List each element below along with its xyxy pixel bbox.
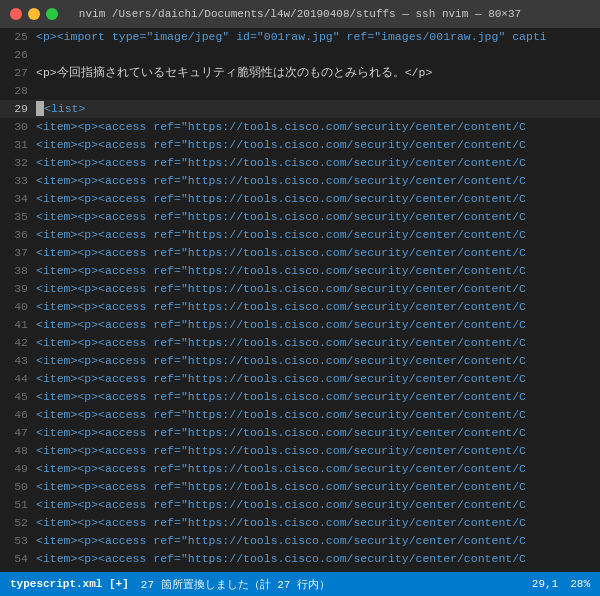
editor-line: 45 <item><p><access ref="https://tools.c… — [0, 388, 600, 406]
scroll-percentage: 28% — [570, 578, 590, 590]
line-content: <item><p><access ref="https://tools.cisc… — [36, 406, 526, 424]
notification-text: 27 箇所置換しました（計 27 行内） — [141, 577, 330, 592]
line-content: <item><p><access ref="https://tools.cisc… — [36, 514, 526, 532]
status-left: typescript.xml [+] 27 箇所置換しました（計 27 行内） — [10, 577, 330, 592]
line-content: <item><p><access ref="https://tools.cisc… — [36, 352, 526, 370]
editor-line: 43 <item><p><access ref="https://tools.c… — [0, 352, 600, 370]
line-content: <item><p><access ref="https://tools.cisc… — [36, 388, 526, 406]
line-number: 48 — [0, 442, 36, 460]
editor-line: 26 — [0, 46, 600, 64]
line-number: 28 — [0, 82, 36, 100]
window-title: nvim /Users/daichi/Documents/l4w/2019040… — [79, 8, 521, 20]
editor-line: 41 <item><p><access ref="https://tools.c… — [0, 316, 600, 334]
editor-line: 29<list> — [0, 100, 600, 118]
editor-line: 47 <item><p><access ref="https://tools.c… — [0, 424, 600, 442]
editor-line: 54 <item><p><access ref="https://tools.c… — [0, 550, 600, 568]
editor-line: 38 <item><p><access ref="https://tools.c… — [0, 262, 600, 280]
line-number: 47 — [0, 424, 36, 442]
line-content: <p><import type="image/jpeg" id="001raw.… — [36, 28, 547, 46]
editor-line: 27 <p>今回指摘されているセキュリティ脆弱性は次のものとみられる。</p> — [0, 64, 600, 82]
line-content: <item><p><access ref="https://tools.cisc… — [36, 496, 526, 514]
line-content: <item><p><access ref="https://tools.cisc… — [36, 424, 526, 442]
line-number: 40 — [0, 298, 36, 316]
editor-line: 49 <item><p><access ref="https://tools.c… — [0, 460, 600, 478]
editor-line: 53 <item><p><access ref="https://tools.c… — [0, 532, 600, 550]
line-number: 45 — [0, 388, 36, 406]
editor-line: 35 <item><p><access ref="https://tools.c… — [0, 208, 600, 226]
line-number: 27 — [0, 64, 36, 82]
line-content: <item><p><access ref="https://tools.cisc… — [36, 298, 526, 316]
close-button[interactable] — [10, 8, 22, 20]
line-number: 37 — [0, 244, 36, 262]
line-number: 51 — [0, 496, 36, 514]
line-number: 34 — [0, 190, 36, 208]
line-content: <item><p><access ref="https://tools.cisc… — [36, 550, 526, 568]
line-number: 38 — [0, 262, 36, 280]
editor-line: 50 <item><p><access ref="https://tools.c… — [0, 478, 600, 496]
line-number: 30 — [0, 118, 36, 136]
line-number: 54 — [0, 550, 36, 568]
editor-line: 25 <p><import type="image/jpeg" id="001r… — [0, 28, 600, 46]
line-number: 29 — [0, 100, 36, 118]
line-content: <item><p><access ref="https://tools.cisc… — [36, 460, 526, 478]
editor-line: 48 <item><p><access ref="https://tools.c… — [0, 442, 600, 460]
editor-line: 37 <item><p><access ref="https://tools.c… — [0, 244, 600, 262]
line-number: 49 — [0, 460, 36, 478]
editor-line: 42 <item><p><access ref="https://tools.c… — [0, 334, 600, 352]
line-number: 52 — [0, 514, 36, 532]
line-number: 46 — [0, 406, 36, 424]
line-number: 35 — [0, 208, 36, 226]
line-number: 50 — [0, 478, 36, 496]
line-content: <item><p><access ref="https://tools.cisc… — [36, 118, 526, 136]
line-number: 39 — [0, 280, 36, 298]
editor-line: 52 <item><p><access ref="https://tools.c… — [0, 514, 600, 532]
editor-line: 36 <item><p><access ref="https://tools.c… — [0, 226, 600, 244]
line-number: 53 — [0, 532, 36, 550]
line-number: 36 — [0, 226, 36, 244]
editor-line: 30 <item><p><access ref="https://tools.c… — [0, 118, 600, 136]
editor-line: 44 <item><p><access ref="https://tools.c… — [0, 370, 600, 388]
editor-content: 25 <p><import type="image/jpeg" id="001r… — [0, 28, 600, 572]
line-number: 33 — [0, 172, 36, 190]
status-right: 29,1 28% — [532, 578, 590, 590]
maximize-button[interactable] — [46, 8, 58, 20]
line-content: <item><p><access ref="https://tools.cisc… — [36, 280, 526, 298]
line-content: <item><p><access ref="https://tools.cisc… — [36, 532, 526, 550]
line-number: 31 — [0, 136, 36, 154]
editor-line: 31 <item><p><access ref="https://tools.c… — [0, 136, 600, 154]
line-number: 41 — [0, 316, 36, 334]
line-number: 44 — [0, 370, 36, 388]
line-content: <item><p><access ref="https://tools.cisc… — [36, 370, 526, 388]
line-number: 26 — [0, 46, 36, 64]
minimize-button[interactable] — [28, 8, 40, 20]
editor-line: 34 <item><p><access ref="https://tools.c… — [0, 190, 600, 208]
editor-line: 32 <item><p><access ref="https://tools.c… — [0, 154, 600, 172]
line-number: 32 — [0, 154, 36, 172]
editor-line: 51 <item><p><access ref="https://tools.c… — [0, 496, 600, 514]
line-number: 42 — [0, 334, 36, 352]
editor-line: 46 <item><p><access ref="https://tools.c… — [0, 406, 600, 424]
line-number: 43 — [0, 352, 36, 370]
line-number: 25 — [0, 28, 36, 46]
editor-area[interactable]: 25 <p><import type="image/jpeg" id="001r… — [0, 28, 600, 572]
line-content: <item><p><access ref="https://tools.cisc… — [36, 478, 526, 496]
line-content: <item><p><access ref="https://tools.cisc… — [36, 190, 526, 208]
line-content: <item><p><access ref="https://tools.cisc… — [36, 316, 526, 334]
editor-line: 28 — [0, 82, 600, 100]
filename-label: typescript.xml [+] — [10, 578, 129, 590]
title-bar: nvim /Users/daichi/Documents/l4w/2019040… — [0, 0, 600, 28]
editor-line: 39 <item><p><access ref="https://tools.c… — [0, 280, 600, 298]
line-content: <item><p><access ref="https://tools.cisc… — [36, 208, 526, 226]
line-content: <item><p><access ref="https://tools.cisc… — [36, 136, 526, 154]
cursor-position: 29,1 — [532, 578, 558, 590]
line-content: <item><p><access ref="https://tools.cisc… — [36, 244, 526, 262]
line-content: <item><p><access ref="https://tools.cisc… — [36, 226, 526, 244]
editor-line: 40 <item><p><access ref="https://tools.c… — [0, 298, 600, 316]
editor-line: 33 <item><p><access ref="https://tools.c… — [0, 172, 600, 190]
line-content: <p>今回指摘されているセキュリティ脆弱性は次のものとみられる。</p> — [36, 64, 432, 82]
line-content: <item><p><access ref="https://tools.cisc… — [36, 334, 526, 352]
line-content: <item><p><access ref="https://tools.cisc… — [36, 262, 526, 280]
traffic-lights — [10, 8, 58, 20]
line-content: <item><p><access ref="https://tools.cisc… — [36, 442, 526, 460]
status-bar: typescript.xml [+] 27 箇所置換しました（計 27 行内） … — [0, 572, 600, 596]
